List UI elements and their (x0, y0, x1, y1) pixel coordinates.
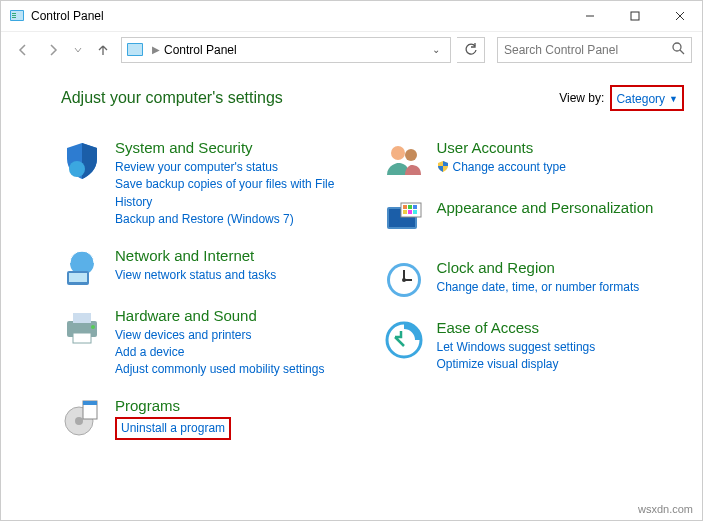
category-title[interactable]: System and Security (115, 139, 363, 157)
appearance-icon (383, 199, 425, 241)
category-link[interactable]: Backup and Restore (Windows 7) (115, 211, 363, 228)
svg-point-40 (402, 278, 406, 282)
breadcrumb-current[interactable]: Control Panel (164, 43, 237, 57)
recent-dropdown[interactable] (71, 46, 85, 54)
svg-rect-16 (69, 273, 87, 282)
forward-button[interactable] (41, 38, 65, 62)
svg-rect-6 (631, 12, 639, 20)
svg-rect-31 (408, 205, 412, 209)
svg-rect-2 (12, 13, 16, 14)
address-dropdown-icon[interactable]: ⌄ (426, 44, 446, 55)
category-link[interactable]: Change date, time, or number formats (437, 279, 685, 296)
category-network-internet: Network and Internet View network status… (61, 247, 363, 289)
category-title[interactable]: Network and Internet (115, 247, 363, 265)
window-controls (567, 1, 702, 31)
svg-rect-3 (12, 15, 16, 16)
viewby-dropdown[interactable]: Category ▼ (616, 92, 678, 106)
watermark: wsxdn.com (638, 503, 693, 515)
svg-point-22 (75, 417, 83, 425)
window-title: Control Panel (31, 9, 567, 23)
category-link[interactable]: View devices and printers (115, 327, 363, 344)
svg-rect-30 (403, 205, 407, 209)
uninstall-program-link[interactable]: Uninstall a program (121, 421, 225, 435)
up-button[interactable] (91, 38, 115, 62)
svg-point-25 (391, 146, 405, 160)
category-link[interactable]: Save backup copies of your files with Fi… (115, 176, 363, 211)
category-title[interactable]: Appearance and Personalization (437, 199, 685, 217)
uac-shield-icon (437, 160, 449, 175)
breadcrumb-chevron-icon: ▶ (152, 44, 160, 55)
svg-point-11 (673, 43, 681, 51)
search-input[interactable]: Search Control Panel (497, 37, 692, 63)
search-placeholder: Search Control Panel (504, 43, 671, 57)
refresh-button[interactable] (457, 37, 485, 63)
back-button[interactable] (11, 38, 35, 62)
viewby-highlight: Category ▼ (610, 85, 684, 111)
category-title[interactable]: Hardware and Sound (115, 307, 363, 325)
svg-rect-35 (413, 210, 417, 214)
category-link[interactable]: Change account type (453, 159, 566, 176)
svg-rect-10 (128, 44, 142, 55)
svg-rect-24 (83, 401, 97, 405)
control-panel-icon (9, 8, 25, 24)
navbar: ▶ Control Panel ⌄ Search Control Panel (1, 31, 702, 67)
page-heading: Adjust your computer's settings (61, 89, 559, 107)
category-link[interactable]: Let Windows suggest settings (437, 339, 685, 356)
svg-point-20 (91, 325, 95, 329)
maximize-button[interactable] (612, 1, 657, 31)
svg-point-26 (405, 149, 417, 161)
titlebar: Control Panel (1, 1, 702, 31)
left-column: System and Security Review your computer… (61, 139, 363, 458)
users-icon (383, 139, 425, 181)
ease-of-access-icon (383, 319, 425, 361)
category-user-accounts: User Accounts Change account type (383, 139, 685, 181)
content-area: Adjust your computer's settings View by:… (1, 67, 702, 468)
category-ease-of-access: Ease of Access Let Windows suggest setti… (383, 319, 685, 374)
category-title[interactable]: Clock and Region (437, 259, 685, 277)
category-title[interactable]: Ease of Access (437, 319, 685, 337)
shield-icon (61, 139, 103, 181)
category-appearance: Appearance and Personalization (383, 199, 685, 241)
category-programs: Programs Uninstall a program (61, 397, 363, 440)
svg-rect-33 (403, 210, 407, 214)
category-link[interactable]: Review your computer's status (115, 159, 363, 176)
viewby-value: Category (616, 92, 665, 106)
category-link[interactable]: Adjust commonly used mobility settings (115, 361, 363, 378)
address-icon (126, 41, 144, 59)
svg-rect-4 (12, 17, 16, 18)
address-bar[interactable]: ▶ Control Panel ⌄ (121, 37, 451, 63)
svg-rect-18 (73, 313, 91, 323)
search-icon (671, 41, 685, 58)
header-row: Adjust your computer's settings View by:… (61, 85, 684, 111)
category-clock-region: Clock and Region Change date, time, or n… (383, 259, 685, 301)
network-icon (61, 247, 103, 289)
right-column: User Accounts Change account type Appear… (383, 139, 685, 458)
viewby-label: View by: (559, 91, 604, 105)
svg-point-13 (69, 161, 85, 177)
printer-icon (61, 307, 103, 349)
category-title[interactable]: Programs (115, 397, 363, 415)
minimize-button[interactable] (567, 1, 612, 31)
category-system-security: System and Security Review your computer… (61, 139, 363, 229)
svg-rect-32 (413, 205, 417, 209)
category-link[interactable]: View network status and tasks (115, 267, 363, 284)
category-title[interactable]: User Accounts (437, 139, 685, 157)
category-link[interactable]: Optimize visual display (437, 356, 685, 373)
programs-icon (61, 397, 103, 439)
svg-rect-34 (408, 210, 412, 214)
uninstall-highlight: Uninstall a program (115, 417, 231, 440)
clock-icon (383, 259, 425, 301)
close-button[interactable] (657, 1, 702, 31)
svg-rect-19 (73, 333, 91, 343)
category-hardware-sound: Hardware and Sound View devices and prin… (61, 307, 363, 379)
svg-line-12 (680, 50, 684, 54)
chevron-down-icon: ▼ (669, 94, 678, 104)
category-link[interactable]: Add a device (115, 344, 363, 361)
